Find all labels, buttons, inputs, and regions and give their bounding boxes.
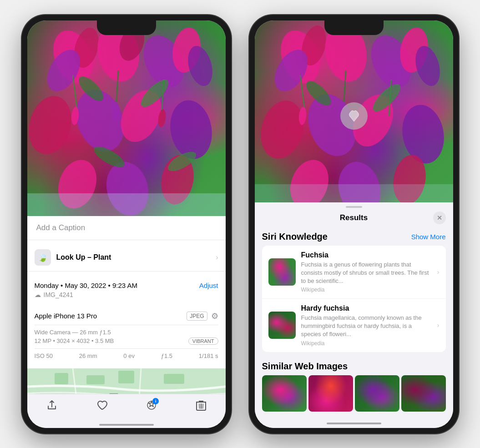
similar-images-header: Similar Web Images xyxy=(255,356,453,375)
similar-image-1[interactable] xyxy=(262,375,307,412)
lookup-label: Look Up – Plant xyxy=(56,253,211,262)
fuchsia-desc: Fuchsia is a genus of flowering plants t… xyxy=(301,261,432,286)
hardy-fuchsia-text: Hardy fuchsia Fuchsia magellanica, commo… xyxy=(301,304,432,347)
date-text: Monday • May 30, 2022 • 9:23 AM xyxy=(35,282,137,289)
close-button[interactable]: ✕ xyxy=(433,211,446,224)
home-bar-2 xyxy=(255,419,453,428)
camera-spec1: Wide Camera — 26 mm ƒ1.5 xyxy=(35,329,218,336)
favorite-button[interactable] xyxy=(96,400,107,411)
info-button[interactable]: i xyxy=(146,400,157,411)
svg-rect-30 xyxy=(164,374,184,384)
svg-line-36 xyxy=(202,404,203,408)
chevron-right-icon-2: › xyxy=(437,322,440,329)
phone-2: Results ✕ Siri Knowledge Show More xyxy=(249,15,459,433)
date-section: Monday • May 30, 2022 • 9:23 AM Adjust ☁… xyxy=(27,275,226,302)
phone-1: Add a Caption 🍃 Look Up – Plant › Monday… xyxy=(22,15,231,433)
similar-image-3[interactable] xyxy=(355,375,399,412)
cloud-icon: ☁ xyxy=(35,291,41,298)
shutter-speed: 1/181 s xyxy=(199,352,218,359)
image-filename: IMG_4241 xyxy=(44,291,73,298)
gear-icon: ⚙ xyxy=(211,311,218,321)
share-button[interactable] xyxy=(46,400,57,411)
show-more-button[interactable]: Show More xyxy=(411,233,446,241)
svg-rect-59 xyxy=(255,184,453,202)
siri-knowledge-title: Siri Knowledge xyxy=(262,232,328,242)
caption-area[interactable]: Add a Caption xyxy=(27,216,226,240)
lookup-row[interactable]: 🍃 Look Up – Plant › xyxy=(27,244,226,272)
home-bar xyxy=(27,422,226,428)
aperture-value: ƒ1.5 xyxy=(161,352,172,359)
caption-placeholder: Add a Caption xyxy=(36,223,86,232)
device-name: Apple iPhone 13 Pro xyxy=(35,312,97,320)
notch-2 xyxy=(324,20,384,35)
bottom-toolbar: i xyxy=(27,394,226,422)
visual-intelligence-button[interactable] xyxy=(340,102,368,130)
hardy-fuchsia-desc: Fuchsia magellanica, commonly known as t… xyxy=(301,314,432,339)
svg-rect-28 xyxy=(86,375,105,384)
map-preview[interactable] xyxy=(27,368,226,394)
device-info-section: Apple iPhone 13 Pro JPEG ⚙ Wide Camera —… xyxy=(27,306,226,365)
flower-photo-2[interactable] xyxy=(255,20,453,202)
hardy-fuchsia-title: Hardy fuchsia xyxy=(301,304,432,312)
delete-button[interactable] xyxy=(196,400,206,411)
fuchsia-thumbnail xyxy=(268,258,296,286)
leaf-icon: 🍃 xyxy=(35,249,51,266)
hardy-fuchsia-item[interactable]: Hardy fuchsia Fuchsia magellanica, commo… xyxy=(262,299,446,352)
chevron-right-icon-1: › xyxy=(437,268,440,276)
svg-point-45 xyxy=(255,96,309,163)
svg-rect-27 xyxy=(55,373,68,384)
svg-rect-25 xyxy=(27,193,226,216)
svg-rect-29 xyxy=(118,371,134,383)
focal-length: 26 mm xyxy=(79,352,97,359)
adjust-button[interactable]: Adjust xyxy=(199,282,218,289)
chevron-right-icon: › xyxy=(216,253,218,262)
fuchsia-text: Fuchsia Fuchsia is a genus of flowering … xyxy=(301,251,432,293)
knowledge-card: Fuchsia Fuchsia is a genus of flowering … xyxy=(262,246,446,352)
drag-handle[interactable] xyxy=(255,202,453,210)
svg-rect-31 xyxy=(109,393,118,394)
svg-line-35 xyxy=(199,404,200,408)
hardy-fuchsia-source: Wikipedia xyxy=(301,340,432,347)
flower-photo[interactable] xyxy=(27,20,226,216)
fuchsia-source: Wikipedia xyxy=(301,287,432,293)
svg-point-8 xyxy=(27,91,77,159)
jpeg-badge: JPEG xyxy=(187,312,207,321)
ev-value: 0 ev xyxy=(123,352,135,359)
similar-image-4[interactable] xyxy=(401,375,446,412)
camera-spec2: 12 MP • 3024 × 4032 • 3.5 MB xyxy=(35,337,114,344)
hardy-fuchsia-thumbnail xyxy=(268,312,296,339)
info-notification-badge: i xyxy=(152,398,159,404)
fuchsia-title: Fuchsia xyxy=(301,251,432,259)
similar-images-title: Similar Web Images xyxy=(262,361,348,371)
vibrant-badge: VIBRANT xyxy=(188,337,218,345)
results-header: Results ✕ xyxy=(255,210,453,228)
siri-knowledge-header: Siri Knowledge Show More xyxy=(255,228,453,246)
iso-value: ISO 50 xyxy=(35,352,53,359)
results-panel: Results ✕ Siri Knowledge Show More xyxy=(255,202,453,419)
fuchsia-item[interactable]: Fuchsia Fuchsia is a genus of flowering … xyxy=(262,246,446,299)
similar-images-grid xyxy=(255,375,453,412)
results-title: Results xyxy=(340,213,368,222)
notch-1 xyxy=(97,20,156,35)
similar-image-2[interactable] xyxy=(308,375,353,412)
